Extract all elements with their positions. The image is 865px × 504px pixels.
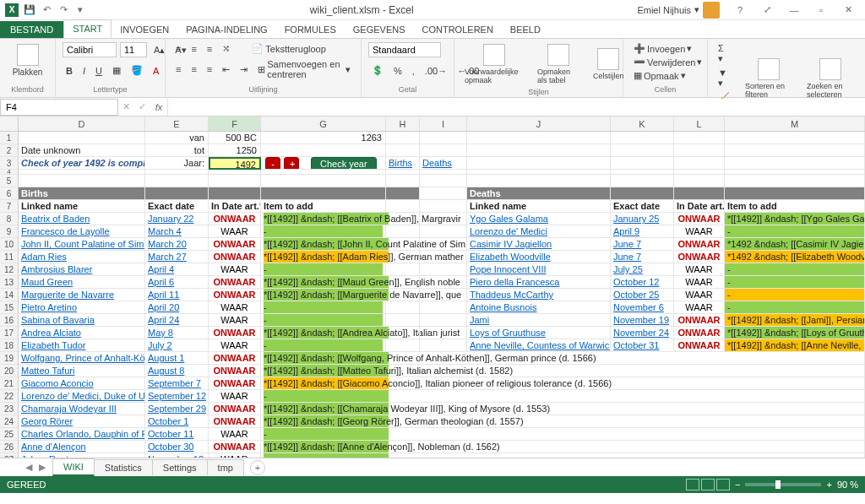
row-header[interactable]: 20 xyxy=(0,365,19,377)
linked-name-d[interactable]: Elizabeth Woodville xyxy=(467,251,611,263)
linked-name[interactable]: Ambrosius Blarer xyxy=(19,263,145,276)
cell[interactable] xyxy=(420,175,467,187)
cell[interactable] xyxy=(386,144,420,157)
normal-view-icon[interactable] xyxy=(686,479,699,490)
worksheet-grid[interactable]: DEFGHIJKLM 1van500 BC12632Date unknownto… xyxy=(0,117,865,458)
sheet-tab-statistics[interactable]: Statistics xyxy=(94,459,153,475)
save-icon[interactable]: 💾 xyxy=(24,4,35,16)
column-header-J[interactable]: J xyxy=(467,117,611,131)
enter-fx-icon[interactable]: ✓ xyxy=(134,101,150,112)
linked-name[interactable]: Giacomo Aconcio xyxy=(19,377,145,390)
redo-icon[interactable]: ↷ xyxy=(57,4,69,16)
cell[interactable] xyxy=(420,238,467,251)
cell[interactable] xyxy=(725,144,865,157)
sheet-tab-settings[interactable]: Settings xyxy=(152,459,208,475)
linked-name[interactable]: Beatrix of Baden xyxy=(19,213,145,225)
cell[interactable] xyxy=(261,175,386,187)
row-header[interactable]: 11 xyxy=(0,251,19,263)
sheet-nav-next-icon[interactable]: ▶ xyxy=(39,462,52,473)
exact-date-d[interactable]: January 25 xyxy=(611,213,674,225)
cell[interactable] xyxy=(725,157,865,170)
exact-date[interactable]: October 11 xyxy=(145,428,209,441)
exact-date[interactable]: October 1 xyxy=(145,415,209,428)
minimize-button[interactable]: — xyxy=(782,3,806,18)
cell[interactable] xyxy=(467,175,611,187)
sheet-tab-wiki[interactable]: WIKI xyxy=(52,458,95,476)
cell[interactable] xyxy=(674,132,725,144)
row-header[interactable]: 8 xyxy=(0,213,19,225)
column-header-K[interactable]: K xyxy=(611,117,674,131)
linked-name[interactable]: Maud Green xyxy=(19,276,145,289)
increase-decimal-icon[interactable]: .00→ xyxy=(422,65,450,77)
cell[interactable] xyxy=(420,225,467,238)
column-header-G[interactable]: G xyxy=(261,117,386,131)
cell[interactable] xyxy=(420,289,467,301)
linked-name[interactable]: Andrea Alciato xyxy=(19,327,145,339)
linked-name[interactable]: Pietro Aretino xyxy=(19,301,145,314)
font-color-icon[interactable]: A xyxy=(150,65,162,77)
row-header[interactable]: 6 xyxy=(0,187,19,200)
linked-name-d[interactable]: Antoine Busnois xyxy=(467,301,611,314)
row-header[interactable]: 5 xyxy=(0,175,19,187)
cell[interactable] xyxy=(386,200,420,213)
linked-name[interactable]: Chamaraja Wodeyar III xyxy=(19,403,145,415)
exact-date-d[interactable]: October 12 xyxy=(611,276,674,289)
row-header[interactable]: 10 xyxy=(0,238,19,251)
cancel-fx-icon[interactable]: ✕ xyxy=(118,101,134,112)
align-right-icon[interactable]: ≡ xyxy=(204,63,215,75)
exact-date[interactable]: January 22 xyxy=(145,213,209,225)
paste-button[interactable]: Plakken xyxy=(7,42,48,79)
linked-name[interactable]: Johan Rantzau xyxy=(19,453,145,458)
cell[interactable] xyxy=(386,289,420,301)
minus-button[interactable]: - xyxy=(265,157,280,170)
row-header[interactable]: 2 xyxy=(0,144,19,157)
column-header-E[interactable]: E xyxy=(145,117,209,131)
cell[interactable] xyxy=(725,175,865,187)
cell[interactable] xyxy=(674,144,725,157)
linked-name-d[interactable]: Loys of Gruuthuse xyxy=(467,327,611,339)
border-icon[interactable]: ▦ xyxy=(109,64,124,77)
exact-date[interactable]: September 12 xyxy=(145,390,209,403)
jaar-input[interactable]: 1492 xyxy=(209,157,261,170)
maximize-button[interactable]: ▫ xyxy=(809,3,833,18)
val-1263[interactable]: 1263 xyxy=(261,132,386,144)
exact-date-d[interactable]: June 7 xyxy=(611,251,674,263)
tab-bestand[interactable]: BESTAND xyxy=(0,21,63,38)
zoom-slider[interactable] xyxy=(745,483,821,486)
zoom-in-button[interactable]: + xyxy=(826,480,831,490)
tab-controleren[interactable]: CONTROLEREN xyxy=(414,21,502,38)
cell[interactable] xyxy=(145,175,209,187)
zoom-out-button[interactable]: − xyxy=(735,480,740,490)
cell[interactable] xyxy=(467,157,611,170)
exact-date[interactable]: September 29 xyxy=(145,403,209,415)
exact-date[interactable]: July 2 xyxy=(145,339,209,352)
column-header-I[interactable]: I xyxy=(420,117,467,131)
zoom-level[interactable]: 90 % xyxy=(837,480,858,490)
ribbon-options-icon[interactable]: ⤢ xyxy=(755,3,779,18)
cell[interactable] xyxy=(386,225,420,238)
exact-date[interactable]: April 11 xyxy=(145,289,209,301)
cell[interactable] xyxy=(261,144,386,157)
cell[interactable] xyxy=(386,301,420,314)
italic-button[interactable]: I xyxy=(79,65,89,77)
help-icon[interactable]: ? xyxy=(728,3,752,18)
exact-date-d[interactable]: April 9 xyxy=(611,225,674,238)
qat-customize-icon[interactable]: ▾ xyxy=(74,4,86,16)
delete-button[interactable]: ➖ Verwijderen ▾ xyxy=(630,56,700,68)
comma-icon[interactable]: , xyxy=(409,65,418,77)
sort-filter-button[interactable]: Sorteren en filteren xyxy=(742,57,795,100)
exact-date-d[interactable]: November 24 xyxy=(611,327,674,339)
linked-name-d[interactable]: Ygo Gales Galama xyxy=(467,213,611,225)
cell[interactable] xyxy=(611,144,674,157)
exact-date[interactable]: March 4 xyxy=(145,225,209,238)
cell-styles-button[interactable]: Celstijlen xyxy=(590,46,628,82)
insert-button[interactable]: ➕ Invoegen ▾ xyxy=(630,42,700,55)
percent-icon[interactable]: % xyxy=(390,65,405,77)
cell[interactable] xyxy=(386,132,420,144)
tab-pagina-indeling[interactable]: PAGINA-INDELING xyxy=(177,21,275,38)
underline-button[interactable]: U xyxy=(92,65,106,77)
linked-name-d[interactable]: Lorenzo de' Medici xyxy=(467,225,611,238)
cell[interactable] xyxy=(386,339,420,352)
row-header[interactable]: 9 xyxy=(0,225,19,238)
undo-icon[interactable]: ↶ xyxy=(41,4,52,16)
